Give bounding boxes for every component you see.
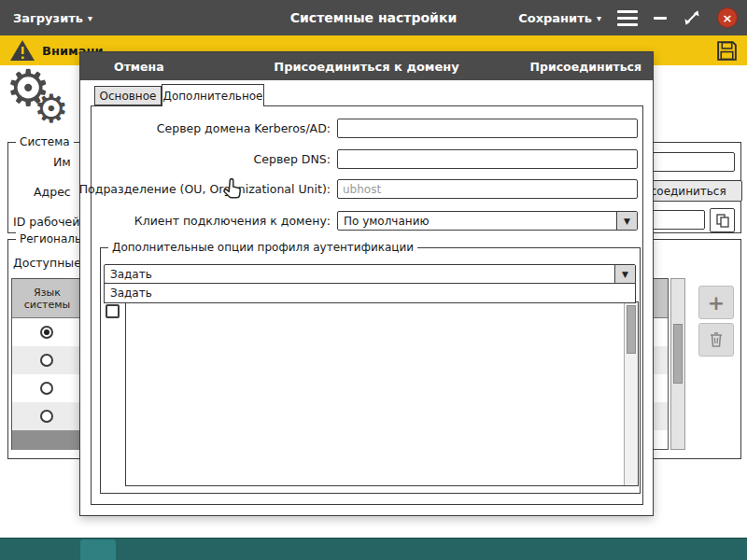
caret-down-icon: ▾ <box>88 13 92 23</box>
dns-server-input[interactable] <box>337 149 638 169</box>
kerberos-server-label: Сервер домена Kerberos/AD: <box>157 121 331 135</box>
auth-options-list[interactable] <box>125 301 639 486</box>
address-label: Адрес <box>34 185 71 199</box>
hand-cursor-icon <box>220 177 245 202</box>
load-menu-button[interactable]: Загрузить ▾ <box>13 11 92 25</box>
save-menu-label: Сохранить <box>518 11 592 25</box>
list-scrollbar-thumb[interactable] <box>627 305 636 354</box>
close-button[interactable]: × <box>717 7 738 28</box>
table-scrollbar-thumb[interactable] <box>673 324 683 384</box>
kerberos-server-input[interactable] <box>337 119 638 138</box>
auth-option-checkbox[interactable] <box>106 304 120 318</box>
auth-profile-value: Задать <box>105 268 614 281</box>
radio-icon[interactable] <box>40 410 53 423</box>
minimize-button[interactable] <box>654 17 667 20</box>
system-group-legend: Система <box>16 135 74 148</box>
gear-icon: ⚙ <box>34 90 69 129</box>
fullscreen-icon[interactable] <box>683 8 701 27</box>
computer-name-label: Им <box>53 155 71 169</box>
copy-button[interactable] <box>710 208 735 232</box>
language-column-header: Язык системы <box>12 279 83 318</box>
domain-client-value: По умолчанию <box>338 215 616 228</box>
trash-icon <box>709 331 724 348</box>
join-domain-dialog: Отмена Присоединиться к домену Присоедин… <box>79 51 654 516</box>
copy-icon <box>715 213 730 228</box>
table-footer-strip <box>12 430 83 450</box>
tab-basic[interactable]: Основное <box>94 86 162 105</box>
auth-options-legend: Дополнительные опции профиля аутентифика… <box>108 241 417 254</box>
domain-client-label: Клиент подключения к домену: <box>134 214 331 228</box>
workgroup-id-label: ID рабочей <box>13 215 79 229</box>
table-scrollbar[interactable] <box>670 278 685 450</box>
chevron-down-icon[interactable]: ▼ <box>614 265 635 283</box>
add-language-button[interactable]: + <box>698 286 734 319</box>
taskbar-tab[interactable] <box>80 539 116 560</box>
ou-label: Подразделение (OU, Organizational Unit): <box>79 182 331 196</box>
load-menu-label: Загрузить <box>13 11 83 25</box>
auth-dropdown-list: Задать <box>104 283 636 303</box>
cancel-button[interactable]: Отмена <box>114 60 164 74</box>
warning-icon <box>9 38 35 63</box>
dialog-header: Отмена Присоединиться к домену Присоедин… <box>80 52 653 80</box>
dns-server-label: Сервер DNS: <box>254 152 331 166</box>
menu-icon[interactable] <box>617 10 638 26</box>
tab-additional[interactable]: Дополнительное <box>162 84 264 106</box>
auth-dropdown-item[interactable]: Задать <box>105 284 635 302</box>
domain-client-select[interactable]: По умолчанию ▼ <box>337 211 638 231</box>
caret-down-icon: ▾ <box>597 13 601 23</box>
list-scrollbar[interactable] <box>624 302 638 485</box>
save-icon[interactable] <box>715 39 739 63</box>
chevron-down-icon[interactable]: ▼ <box>616 212 637 230</box>
delete-language-button[interactable] <box>698 323 734 357</box>
radio-icon[interactable] <box>40 354 53 367</box>
radio-icon[interactable] <box>40 382 53 395</box>
top-menubar: Загрузить ▾ Системные настройки Сохранит… <box>0 0 747 35</box>
radio-selected-icon[interactable] <box>40 326 53 339</box>
join-button[interactable]: Присоединиться <box>530 60 641 74</box>
ou-input[interactable] <box>337 179 638 199</box>
save-menu-button[interactable]: Сохранить ▾ <box>518 11 601 25</box>
auth-profile-select[interactable]: Задать ▼ <box>104 264 636 284</box>
